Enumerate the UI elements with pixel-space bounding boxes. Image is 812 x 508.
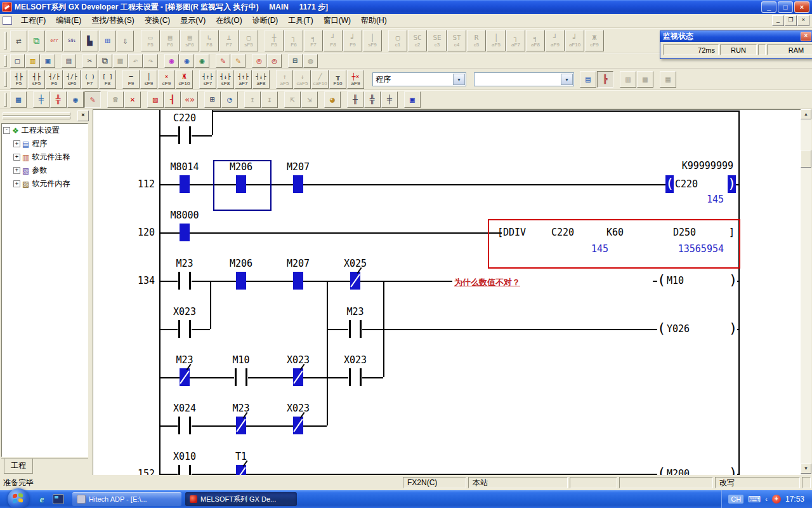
menu-变换C[interactable]: 变换(C) [140, 15, 176, 26]
new-project-icon[interactable]: ▢ [10, 54, 25, 68]
ladder-symbol-F7-button[interactable]: ( )F7 [81, 70, 98, 89]
split-window-icon[interactable]: ⊞ [99, 30, 116, 51]
ladder-symbol-cF10-button[interactable]: ЖcF10 [176, 70, 193, 89]
ladder-coil-C220[interactable]: C220 [675, 178, 698, 190]
device-find-combo[interactable]: ▼ [474, 72, 574, 86]
combo-dropdown-icon[interactable]: ▼ [561, 74, 573, 85]
ladder-symbol-F9-button[interactable]: ─F9 [122, 70, 140, 89]
ladder-monitor-window-icon[interactable]: ▣ [404, 91, 421, 108]
zoom-out-icon[interactable]: ◎ [252, 54, 266, 68]
menu-工具T[interactable]: 工具(T) [283, 15, 318, 26]
ladder-coil-M10[interactable]: ( [657, 272, 665, 290]
ladder-symbol-aF9-button[interactable]: ┼×aF9 [347, 70, 364, 89]
ladder-symbol-sF7-button[interactable]: ┤↑├sF7 [199, 70, 216, 89]
menu-帮助H[interactable]: 帮助(H) [356, 15, 392, 26]
keyboard-icon[interactable]: ⌨ [748, 494, 761, 504]
ladder-symbol-sF5-button[interactable]: ┤├sF5 [28, 70, 45, 89]
scan-time-icon[interactable]: ◔ [221, 91, 238, 108]
comment-display-icon[interactable]: ▤ [580, 71, 596, 88]
print-icon[interactable]: ▤ [62, 54, 76, 68]
ladder-coil-M10[interactable]: ) [729, 272, 737, 290]
menu-查找/替换S[interactable]: 查找/替换(S) [86, 15, 139, 26]
ie-icon[interactable]: e [36, 493, 48, 505]
mdi-minimize-button[interactable]: _ [772, 15, 784, 26]
copy-icon[interactable]: ⧉ [98, 54, 112, 68]
monitor-write-mode-icon[interactable]: ✎ [84, 91, 101, 108]
copy-program-icon[interactable]: ⧉ [28, 30, 45, 51]
taskbar-button-1[interactable]: Hitech ADP - [E:\... [72, 492, 181, 506]
ladder-coil-Y026[interactable]: Y026 [667, 323, 690, 335]
menu-窗口W[interactable]: 窗口(W) [318, 15, 356, 26]
entry-monitor-icon[interactable]: ◉ [67, 91, 84, 108]
find-icon[interactable]: ◉ [164, 54, 179, 68]
ladder-coil-C220[interactable]: ( [665, 175, 674, 193]
ladder-contact-M23[interactable] [180, 368, 190, 386]
ladder-contact-X010[interactable] [178, 465, 192, 476]
security-shield-icon[interactable]: + [772, 495, 781, 504]
save-project-icon[interactable]: ▣ [41, 54, 55, 68]
tree-item-参数[interactable]: +▧参数 [2, 164, 88, 177]
tree-item-工程未设置[interactable]: -❖工程未设置 [2, 124, 88, 137]
ladder-coil-Y026[interactable]: ( [657, 320, 665, 338]
tab-project[interactable]: 工程 [4, 458, 33, 474]
device-list-icon[interactable]: ╬ [364, 91, 381, 108]
language-indicator[interactable]: CH [728, 495, 743, 504]
ladder-symbol-F5-button[interactable]: ┤├F5 [10, 70, 27, 89]
clock-setting-icon[interactable]: ◕ [324, 91, 341, 108]
ladder-symbol-F10-button[interactable]: ╥F10 [329, 70, 346, 89]
mdi-close-button[interactable]: × [797, 15, 809, 26]
find-device-icon[interactable]: ◉ [180, 54, 194, 68]
device-test-icon[interactable]: ▨ [147, 91, 164, 108]
scrollbar-thumb[interactable] [801, 150, 811, 168]
stop-monitor-icon[interactable]: × [124, 91, 141, 108]
block-down-icon[interactable]: ⇩ [117, 30, 134, 51]
ladder-contact-M206[interactable] [236, 272, 246, 290]
vertical-scrollbar[interactable]: ▲ ▼ [801, 109, 811, 475]
ladder-coil-C220[interactable]: ) [728, 175, 736, 193]
program-combo[interactable]: 程序▼ [372, 72, 466, 86]
close-button[interactable]: × [794, 1, 809, 13]
project-tree-toggle-icon[interactable]: ╠ [597, 71, 613, 88]
ladder-editor[interactable]: C220M8014M206M207M8000M23M206M207X025X02… [93, 109, 801, 476]
ladder-contact-M8014[interactable] [180, 175, 190, 193]
ladder-contact-M207[interactable] [293, 272, 303, 290]
panel-gripper[interactable] [3, 112, 70, 116]
ladder-symbol-F6-button[interactable]: ┤/├F6 [46, 70, 63, 89]
zoom-in-icon[interactable]: ◎ [267, 54, 282, 68]
open-project-icon[interactable]: ▥ [25, 54, 40, 68]
ladder-contact-M10[interactable] [234, 368, 248, 386]
ladder-contact-X023[interactable] [293, 417, 303, 434]
monitor-close-icon[interactable]: × [801, 32, 811, 41]
menu-工程F[interactable]: 工程(F) [16, 15, 51, 26]
ladder-contact-X023[interactable] [348, 368, 362, 386]
ladder-symbol-F8-button[interactable]: [ ]F8 [99, 70, 116, 89]
ladder-symbol-aF7-button[interactable]: ┤↑├aF7 [235, 70, 252, 89]
ladder-contact-X023[interactable] [178, 320, 192, 338]
ladder-contact-T1[interactable] [236, 465, 246, 476]
menu-编辑E[interactable]: 编辑(E) [51, 15, 86, 26]
tree-item-程序[interactable]: +▤程序 [2, 137, 88, 150]
menu-在线O[interactable]: 在线(O) [211, 15, 247, 26]
mdi-document-icon[interactable] [3, 17, 12, 25]
ladder-block-icon[interactable]: ▙ [81, 30, 98, 51]
step-sort-icon[interactable]: S9↓ [63, 30, 81, 51]
ladder-contact-M23[interactable] [236, 417, 246, 434]
ladder-contact-M23[interactable] [348, 320, 362, 338]
tree-expander-icon[interactable]: + [13, 180, 20, 187]
scroll-down-icon[interactable]: ▼ [801, 464, 811, 474]
mdi-restore-button[interactable]: ❐ [785, 15, 797, 26]
device-memory-monitor-icon[interactable]: ▦ [10, 91, 27, 108]
start-button[interactable] [8, 488, 29, 508]
ladder-contact-M207[interactable] [293, 175, 303, 193]
ladder-contact-M8000[interactable] [180, 224, 190, 241]
ladder-contact-X025[interactable] [350, 272, 360, 290]
tree-expander-icon[interactable]: + [13, 154, 20, 161]
monitor-start-icon[interactable]: ╪ [33, 91, 49, 108]
transfer-screen-icon[interactable]: ⊟ [288, 54, 303, 68]
ladder-contact-M23[interactable] [178, 272, 192, 290]
ladder-coil-M200[interactable]: ( [657, 465, 665, 476]
ladder-symbol-sF9-button[interactable]: │sF9 [140, 70, 157, 89]
ladder-symbol-sF8-button[interactable]: ┤↓├sF8 [217, 70, 234, 89]
menu-显示V[interactable]: 显示(V) [175, 15, 211, 26]
replace-device-icon[interactable]: ✎ [216, 54, 230, 68]
